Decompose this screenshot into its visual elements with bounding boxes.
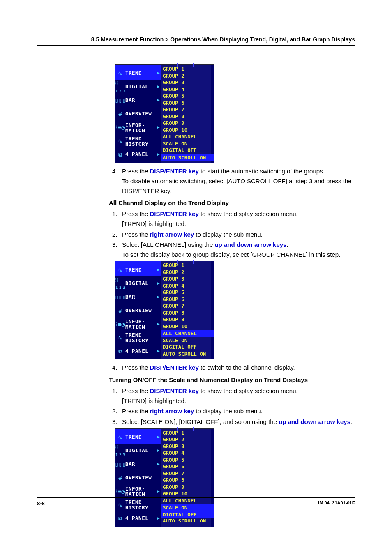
menu-right-item: GROUP 6 xyxy=(163,100,212,107)
menu-right-item: GROUP 7 xyxy=(163,303,212,310)
menu-screenshot-auto-scroll: ∿TREND▶⁝⁞₁₂₃DIGITAL▶▯▯▯BAR▶#OVERVIEW⁝≡◔I… xyxy=(115,64,214,163)
menu-icon: ⁝≡◔ xyxy=(115,488,125,495)
menu-left-item: #OVERVIEW xyxy=(115,471,161,485)
menu-icon: ∿ xyxy=(115,138,125,145)
menu-left-label: OVERVIEW xyxy=(125,474,161,481)
menu-left-pane: ∿TREND▶⁝⁞₁₂₃DIGITAL▶▯▯▯BAR▶#OVERVIEW⁝≡◔I… xyxy=(115,429,161,527)
menu-left-label: INFOR-MATION xyxy=(125,122,157,133)
menu-right-item: GROUP 9 xyxy=(163,316,212,323)
menu-left-label: BAR xyxy=(125,97,157,104)
menu-icon: ∿ xyxy=(115,70,125,77)
menu-right-item: AUTO SCROLL ON xyxy=(163,351,212,358)
step-a3-note: To set the display back to group display… xyxy=(109,250,355,259)
menu-icon: ⁝≡◔ xyxy=(115,124,125,131)
menu-right-item: GROUP 7 xyxy=(163,470,212,477)
menu-right-item: ALL CHANNEL xyxy=(163,134,212,140)
menu-screenshot-all-channel: ∿TREND▶⁝⁞₁₂₃DIGITAL▶▯▯▯BAR▶#OVERVIEW⁝≡◔I… xyxy=(115,261,214,359)
submenu-arrow-icon: ▶ xyxy=(157,97,161,104)
disp-enter-key: DISP/ENTER key xyxy=(150,364,199,371)
menu-right-item: GROUP 3 xyxy=(163,79,212,86)
menu-right-item: DIGITAL OFF xyxy=(163,147,212,154)
menu-left-pane: ∿TREND▶⁝⁞₁₂₃DIGITAL▶▯▯▯BAR▶#OVERVIEW⁝≡◔I… xyxy=(115,65,161,163)
menu-left-label: TREND xyxy=(125,434,157,441)
menu-left-item: ▯▯▯BAR▶ xyxy=(115,290,161,304)
menu-right-pane: GROUP 1GROUP 2GROUP 3GROUP 4GROUP 5GROUP… xyxy=(161,65,214,163)
up-down-arrow-keys: up and down arrow keys xyxy=(214,241,286,248)
menu-left-label: TRENDHISTORY xyxy=(125,136,161,147)
menu-right-item: ALL CHANNEL xyxy=(161,330,214,337)
menu-left-label: INFOR-MATION xyxy=(125,319,157,329)
section-header: 8.5 Measurement Function > Operations Wh… xyxy=(37,36,355,46)
menu-left-label: INFOR-MATION xyxy=(125,486,157,497)
menu-right-item: GROUP 10 xyxy=(163,127,212,134)
menu-icon: ⧉ xyxy=(115,515,125,522)
menu-icon: # xyxy=(115,474,125,481)
menu-left-label: TRENDHISTORY xyxy=(125,332,161,343)
right-arrow-key: right arrow key xyxy=(150,408,194,415)
menu-screenshot-scale-on: ∿TREND▶⁝⁞₁₂₃DIGITAL▶▯▯▯BAR▶#OVERVIEW⁝≡◔I… xyxy=(115,428,214,527)
menu-right-item: GROUP 3 xyxy=(163,443,212,450)
menu-icon: ▯▯▯ xyxy=(115,97,125,104)
menu-icon: ▯▯▯ xyxy=(115,461,125,468)
menu-left-label: 4 PANEL xyxy=(125,348,157,355)
menu-left-label: 4 PANEL xyxy=(125,515,157,522)
menu-left-item: #OVERVIEW xyxy=(115,107,161,121)
heading-scale-digital: Turning ON/OFF the Scale and Numerical D… xyxy=(37,375,355,385)
menu-right-item: GROUP 2 xyxy=(163,269,212,276)
right-arrow-key: right arrow key xyxy=(150,231,194,238)
menu-right-item: GROUP 5 xyxy=(163,289,212,296)
menu-left-label: OVERVIEW xyxy=(125,111,161,117)
menu-left-label: DIGITAL xyxy=(125,83,157,90)
doc-id: IM 04L31A01-01E xyxy=(318,500,355,507)
disp-enter-key: DISP/ENTER key xyxy=(150,387,199,394)
page-number: 8-8 xyxy=(37,500,45,507)
menu-right-pane: GROUP 1GROUP 2GROUP 3GROUP 4GROUP 5GROUP… xyxy=(161,429,214,527)
menu-right-item: GROUP 9 xyxy=(163,484,212,491)
step-b3: 3. Select [SCALE ON], [DIGITAL OFF], and… xyxy=(109,417,355,426)
menu-left-item: ⁝≡◔INFOR-MATION▶ xyxy=(115,485,161,498)
step-a2: 2. Press the right arrow key to display … xyxy=(109,230,355,239)
menu-left-label: DIGITAL xyxy=(125,280,157,287)
menu-left-item: ⁝⁞₁₂₃DIGITAL▶ xyxy=(115,444,161,458)
submenu-arrow-icon: ▶ xyxy=(157,124,161,131)
submenu-arrow-icon: ▶ xyxy=(157,294,161,301)
menu-right-pane: GROUP 1GROUP 2GROUP 3GROUP 4GROUP 5GROUP… xyxy=(161,261,214,359)
menu-icon: ⁝⁞₁₂₃ xyxy=(115,276,125,290)
disp-enter-key: DISP/ENTER key xyxy=(150,210,199,217)
menu-right-item: GROUP 2 xyxy=(163,73,212,80)
menu-left-label: OVERVIEW xyxy=(125,307,161,314)
menu-left-item: ▯▯▯BAR▶ xyxy=(115,94,161,107)
submenu-arrow-icon: ▶ xyxy=(157,488,161,495)
up-down-arrow-keys: up and down arrow keys xyxy=(279,418,350,425)
menu-right-item: AUTO SCROLL ON xyxy=(161,154,214,161)
menu-left-label: TREND xyxy=(125,267,157,274)
menu-left-label: BAR xyxy=(125,461,157,468)
menu-right-item: GROUP 6 xyxy=(163,463,212,470)
menu-left-item: ⁝⁞₁₂₃DIGITAL▶ xyxy=(115,80,161,94)
menu-right-item: GROUP 5 xyxy=(163,457,212,464)
menu-right-item: GROUP 9 xyxy=(163,120,212,127)
menu-right-item: GROUP 8 xyxy=(163,113,212,120)
menu-left-item: ∿TREND▶ xyxy=(115,429,161,444)
menu-left-item: ⁝≡◔INFOR-MATION▶ xyxy=(115,317,161,331)
menu-left-label: DIGITAL xyxy=(125,447,157,454)
step-4-auto-scroll: 4. Press the DISP/ENTER key to start the… xyxy=(109,166,355,176)
step-a3: 3. Select [ALL CHANNEL] using the up and… xyxy=(109,240,355,249)
menu-right-item: GROUP 5 xyxy=(163,93,212,100)
menu-right-item: GROUP 2 xyxy=(163,436,212,443)
menu-right-item: AUTO SCROLL ON xyxy=(163,518,212,522)
menu-icon: ∿ xyxy=(115,334,125,341)
menu-icon: ∿ xyxy=(115,434,125,441)
menu-right-item: GROUP 6 xyxy=(163,296,212,303)
menu-left-label: TREND xyxy=(125,70,157,77)
step-a1-note: [TREND] is highlighted. xyxy=(109,219,355,228)
menu-right-item: GROUP 8 xyxy=(163,310,212,317)
submenu-arrow-icon: ▶ xyxy=(157,461,161,468)
menu-right-item: SCALE ON xyxy=(163,337,212,344)
disp-enter-key: DISP/ENTER key xyxy=(150,168,199,175)
menu-right-item: GROUP 3 xyxy=(163,276,212,283)
submenu-arrow-icon: ▶ xyxy=(157,83,161,90)
menu-left-item: ∿TRENDHISTORY xyxy=(115,331,161,344)
menu-left-item: ⁝≡◔INFOR-MATION▶ xyxy=(115,121,161,134)
step-a1: 1. Press the DISP/ENTER key to show the … xyxy=(109,209,355,219)
